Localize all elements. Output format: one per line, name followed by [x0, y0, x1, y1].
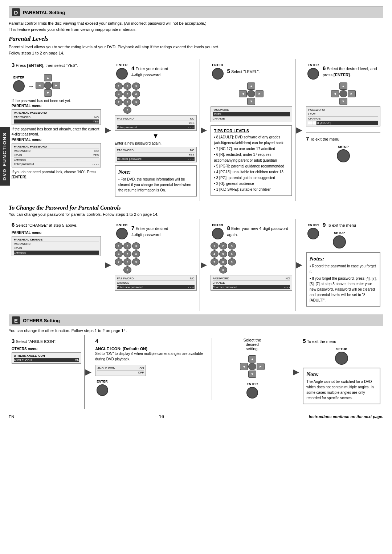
tip-item: 7 [NC-17]: no one under 17 admitted [214, 146, 289, 152]
dpad5-right[interactable]: ► [256, 90, 264, 97]
numpad-7[interactable]: 7 [115, 98, 123, 106]
screen-row: CHANGE [213, 281, 290, 285]
step5-enter-btn[interactable] [212, 68, 224, 80]
screen-row: YES [117, 121, 195, 125]
en-label: EN [9, 415, 14, 419]
dpad-enter[interactable] [44, 82, 52, 89]
setup-btn-7[interactable] [337, 149, 350, 162]
numpad-5[interactable]: 5 [123, 90, 131, 98]
chg-step7-enter-btn[interactable] [116, 228, 128, 239]
dpad-others-up[interactable]: ▲ [248, 355, 256, 363]
chg-step8-cell: ENTER 8 Enter your new 4-digit password … [208, 219, 296, 311]
numpad-6[interactable]: 6 [132, 90, 140, 98]
setup-label-7: SETUP [338, 145, 348, 149]
dpad6-left[interactable]: ◄ [331, 90, 339, 97]
numpad-c7-2[interactable]: 2 [123, 242, 131, 250]
dpad-down[interactable]: ▼ [44, 89, 52, 97]
step5-num: 5 [227, 68, 230, 74]
numpad-c7-6[interactable]: 6 [132, 250, 140, 258]
step7-desc: To exit the menu [310, 137, 339, 141]
step4-enter-btn[interactable] [116, 68, 128, 80]
setup-label-9: SETUP [334, 231, 345, 235]
screen-row: PASSWORDNO [117, 117, 195, 121]
dpad5-up[interactable]: ▲ [247, 82, 255, 90]
dpad6-down[interactable]: ▼ [339, 98, 347, 105]
screen-row: Enter password- - - - [14, 162, 99, 166]
step4-cell: ENTER 4 Enter your desired4-digit passwo… [112, 59, 200, 201]
tip-item: 6 [R]: restricted; under 17 requires acc… [214, 152, 289, 163]
numpad-c7-1[interactable]: 1 [115, 242, 123, 250]
numpad-c8-4[interactable]: 4 [211, 250, 219, 258]
numpad-c8-1[interactable]: 1 [211, 242, 219, 250]
numpad-c8-3[interactable]: 3 [228, 242, 236, 250]
numpad-c7-0[interactable]: 0 [123, 266, 131, 274]
dpad5-enter[interactable] [247, 90, 255, 97]
screen-others-angle: OTHERS ANGLE ICON ANGLE ICONON [12, 352, 81, 364]
screen-row: LEVEL [14, 246, 99, 251]
step3-menu-label1: PARENTAL menu [12, 104, 101, 108]
dpad-others-down[interactable]: ▼ [248, 371, 256, 378]
screen-row: PASSWORDNO [14, 115, 99, 120]
numpad-c8-0[interactable]: 0 [219, 266, 227, 274]
dpad-right[interactable]: ► [52, 82, 60, 89]
numpad-2[interactable]: 2 [123, 82, 131, 90]
setup-btn-9[interactable] [333, 235, 346, 248]
step6-enter-btn[interactable] [307, 68, 319, 80]
numpad-c7-3[interactable]: 3 [132, 242, 140, 250]
numpad-c8-9[interactable]: 9 [228, 258, 236, 266]
numpad-8[interactable]: 8 [123, 98, 131, 106]
note-title: Note: [118, 169, 193, 175]
numpad-step4: 1 2 3 4 5 6 7 8 9 0 [115, 82, 197, 114]
dpad6-enter[interactable] [339, 90, 347, 97]
screen-row-hl: Enter new password- - - - [117, 285, 195, 289]
numpad-9[interactable]: 9 [132, 98, 140, 106]
numpad-c7-8[interactable]: 8 [123, 258, 131, 266]
others-sel-enter-btn[interactable] [246, 387, 258, 399]
step7-setup-group: SETUP [306, 145, 380, 162]
dpad6-right[interactable]: ► [348, 90, 356, 97]
tips-title: TIPS FOR LEVELS [214, 129, 289, 133]
dpad5-down[interactable]: ▼ [247, 98, 255, 105]
others-step4-enter-btn[interactable] [97, 384, 108, 396]
change-password-desc: You can change your password for parenta… [9, 212, 383, 217]
dpad6-up[interactable]: ▲ [339, 82, 347, 90]
change-password-title: To Change the Password for Parental Cont… [9, 205, 383, 211]
step6-desc: Select the desired level, and press [ENT… [323, 66, 377, 77]
parental-levels-steps: 3 Press [ENTER], then select "YES". ENTE… [9, 59, 383, 201]
numpad-c8-8[interactable]: 8 [219, 258, 227, 266]
numpad-c7-4[interactable]: 4 [115, 250, 123, 258]
angle-icon-title: ANGLE ICON: (Default: ON) [95, 347, 147, 351]
numpad-c8-2[interactable]: 2 [219, 242, 227, 250]
others-step5-cell: 5 To exit the menu SETUP Note: The Angle… [300, 335, 383, 409]
screen-row: PARENTAL PASSWORD [14, 111, 99, 115]
numpad-c7-5[interactable]: 5 [123, 250, 131, 258]
intro-line2: This feature prevents your children from… [9, 27, 136, 32]
step6-enter-col: ENTER [306, 62, 320, 81]
screen-parental-1: PARENTAL PASSWORD PASSWORDNO YES [12, 109, 101, 125]
others-step4-cell: 4 ANGLE ICON: (Default: ON) Set to "ON" … [92, 335, 292, 409]
numpad-c8-7[interactable]: 7 [211, 258, 219, 266]
chg-step9-enter-btn[interactable] [307, 228, 319, 239]
parental-levels-desc: Parental level allows you to set the rat… [9, 44, 383, 56]
dpad-left[interactable]: ◄ [36, 82, 44, 89]
numpad-c8-6[interactable]: 6 [228, 250, 236, 258]
chg-step9-desc: To exit the menu [327, 223, 356, 227]
dpad-others-right[interactable]: ► [257, 363, 265, 370]
dpad5-left[interactable]: ◄ [239, 90, 247, 97]
numpad-3[interactable]: 3 [132, 82, 140, 90]
notes-title: Notes: [310, 256, 377, 262]
numpad-c8-5[interactable]: 5 [219, 250, 227, 258]
dpad-up[interactable]: ▲ [44, 74, 52, 81]
setup-btn-5e[interactable] [335, 352, 348, 365]
numpad-4[interactable]: 4 [115, 90, 123, 98]
numpad-c7-7[interactable]: 7 [115, 258, 123, 266]
numpad-c7-9[interactable]: 9 [132, 258, 140, 266]
dvd-functions-tab: DVD FUNCTIONS [0, 127, 10, 186]
dpad-others-center[interactable] [248, 363, 256, 370]
chg-step8-enter-btn[interactable] [212, 228, 224, 239]
screen-row-hl: Enter password- - - - [117, 125, 195, 129]
numpad-1[interactable]: 1 [115, 82, 123, 90]
numpad-0[interactable]: 0 [123, 106, 131, 114]
step3-enter-btn[interactable] [13, 80, 25, 92]
dpad-others-left[interactable]: ◄ [240, 363, 248, 370]
